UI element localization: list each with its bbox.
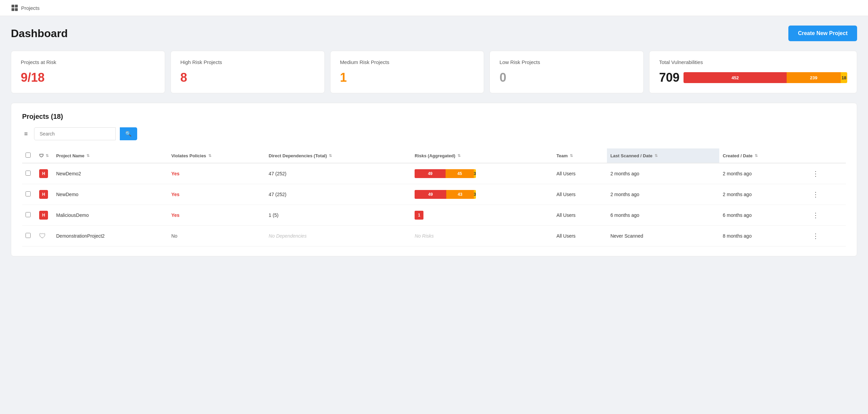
row-more-button-4[interactable]: ⋮ [809, 230, 822, 241]
row-created-3: 6 months ago [719, 205, 806, 226]
sort-icon-risk: ⇅ [46, 154, 49, 158]
th-last-scanned[interactable]: Last Scanned / Date ⇅ [607, 148, 719, 163]
row-4-checkbox[interactable] [26, 233, 31, 238]
risk-single-red-3: 1 [415, 211, 423, 220]
svg-rect-1 [15, 5, 18, 7]
row-more-button-1[interactable]: ⋮ [809, 168, 822, 179]
row-deps-1: 47 (252) [265, 163, 411, 184]
risk-seg-red-1: 49 [415, 169, 446, 178]
top-bar: Projects [0, 0, 868, 16]
row-risks-1: 49 45 3 [411, 163, 553, 184]
violates-yes-3: Yes [171, 212, 179, 218]
risk-seg-red-2: 49 [415, 190, 446, 199]
create-new-project-button[interactable]: Create New Project [788, 26, 857, 41]
row-2-checkbox[interactable] [26, 191, 31, 196]
row-name-4[interactable]: DemonstrationProject2 [53, 226, 168, 246]
row-created-4: 8 months ago [719, 226, 806, 246]
row-actions-4: ⋮ [806, 226, 846, 246]
th-violates-policies[interactable]: Violates Policies ⇅ [168, 148, 265, 163]
risks-bar-1: 49 45 3 [415, 169, 476, 178]
vuln-seg-yellow: 18 [841, 72, 847, 83]
th-risks-label: Risks (Aggregated) [415, 153, 455, 158]
search-button[interactable]: 🔍 [120, 127, 137, 140]
row-name-3[interactable]: MaliciousDemo [53, 205, 168, 226]
th-team[interactable]: Team ⇅ [553, 148, 607, 163]
row-last-scanned-1: 2 months ago [607, 163, 719, 184]
violates-yes-2: Yes [171, 192, 179, 197]
violates-yes-1: Yes [171, 171, 179, 176]
row-name-1[interactable]: NewDemo2 [53, 163, 168, 184]
vuln-seg-red: 452 [684, 72, 787, 83]
row-team-3: All Users [553, 205, 607, 226]
th-created-label: Created / Date [723, 153, 752, 158]
row-1-checkbox[interactable] [26, 171, 31, 176]
row-last-scanned-2: 2 months ago [607, 184, 719, 205]
svg-rect-2 [12, 8, 14, 11]
logo-icon [11, 4, 18, 12]
row-violates-2: Yes [168, 184, 265, 205]
row-risks-3: 1 [411, 205, 553, 226]
row-created-1: 2 months ago [719, 163, 806, 184]
select-all-checkbox[interactable] [26, 153, 31, 158]
row-checkbox-3 [22, 205, 36, 226]
th-project-name[interactable]: Project Name ⇅ [53, 148, 168, 163]
row-last-scanned-4: Never Scanned [607, 226, 719, 246]
row-risk-icon-4: 🛡 [36, 226, 53, 246]
risk-badge-high-1: H [39, 169, 48, 178]
stat-value-at-risk: 9/18 [21, 70, 155, 85]
stats-row: Projects at Risk 9/18 High Risk Projects… [11, 51, 857, 93]
th-risk-icon: 🛡 ⇅ [36, 148, 53, 163]
th-team-label: Team [557, 153, 568, 158]
risk-seg-yellow-2: 3 [474, 190, 476, 199]
row-checkbox-4 [22, 226, 36, 246]
row-name-2[interactable]: NewDemo [53, 184, 168, 205]
row-deps-2: 47 (252) [265, 184, 411, 205]
stat-card-high-risk: High Risk Projects 8 [171, 51, 325, 93]
table-body: H NewDemo2 Yes 47 (252) 49 45 3 [22, 163, 846, 246]
stat-label-vulnerabilities: Total Vulnerabilities [659, 59, 847, 65]
sort-icon-name: ⇅ [86, 154, 90, 158]
row-risks-2: 49 43 3 [411, 184, 553, 205]
th-project-name-label: Project Name [56, 153, 84, 158]
page-header: Dashboard Create New Project [11, 26, 857, 41]
th-direct-deps[interactable]: Direct Dependencies (Total) ⇅ [265, 148, 411, 163]
th-risks[interactable]: Risks (Aggregated) ⇅ [411, 148, 553, 163]
risk-seg-orange-2: 43 [446, 190, 473, 199]
sort-icon-team: ⇅ [570, 154, 573, 158]
vuln-total-value: 709 [659, 70, 679, 85]
th-created[interactable]: Created / Date ⇅ [719, 148, 806, 163]
th-checkbox [22, 148, 36, 163]
projects-table: 🛡 ⇅ Project Name ⇅ Viol [22, 148, 846, 246]
th-violates-label: Violates Policies [171, 153, 206, 158]
sort-icon-risks: ⇅ [457, 154, 461, 158]
sort-icon-violates: ⇅ [208, 154, 211, 158]
search-input[interactable] [34, 127, 116, 140]
svg-rect-3 [15, 8, 18, 11]
table-row: H MaliciousDemo Yes 1 (5) 1 All Users 6 … [22, 205, 846, 226]
row-checkbox-2 [22, 184, 36, 205]
row-actions-1: ⋮ [806, 163, 846, 184]
row-violates-3: Yes [168, 205, 265, 226]
row-more-button-3[interactable]: ⋮ [809, 210, 822, 221]
row-violates-1: Yes [168, 163, 265, 184]
stat-card-vulnerabilities: Total Vulnerabilities 709 452 239 18 [649, 51, 857, 93]
sort-icon-scanned: ⇅ [655, 154, 658, 158]
filter-row: ≡ 🔍 [22, 127, 846, 140]
vuln-seg-orange: 239 [787, 72, 841, 83]
row-3-checkbox[interactable] [26, 212, 31, 217]
row-violates-4: No [168, 226, 265, 246]
vuln-bar: 452 239 18 [684, 72, 847, 83]
stat-value-medium-risk: 1 [340, 70, 475, 85]
table-header: 🛡 ⇅ Project Name ⇅ Viol [22, 148, 846, 163]
table-row: 🛡 DemonstrationProject2 No No Dependenci… [22, 226, 846, 246]
row-actions-2: ⋮ [806, 184, 846, 205]
row-deps-4: No Dependencies [265, 226, 411, 246]
row-last-scanned-3: 6 months ago [607, 205, 719, 226]
main-content: Dashboard Create New Project Projects at… [0, 16, 868, 266]
search-icon: 🔍 [125, 131, 132, 137]
sort-icon-created: ⇅ [755, 154, 758, 158]
row-more-button-2[interactable]: ⋮ [809, 189, 822, 200]
stat-label-low-risk: Low Risk Projects [499, 59, 634, 65]
risk-seg-orange-1: 45 [446, 169, 473, 178]
filter-button[interactable]: ≡ [22, 128, 30, 140]
